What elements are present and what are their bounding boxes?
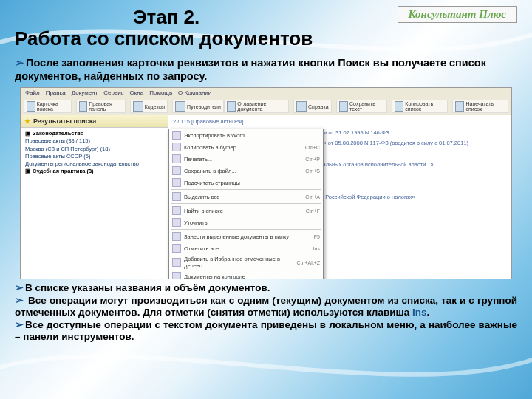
context-menu-item[interactable]: Занести выделенные документы в папкуF5 — [169, 231, 323, 242]
toolbar-button[interactable]: Путеводители — [172, 100, 224, 113]
toolbar-icon — [395, 101, 404, 112]
context-menu-item[interactable]: Сохранить в файл...Ctrl+S — [169, 165, 323, 177]
menu-icon — [172, 258, 181, 267]
toolbar-button[interactable]: Сохранить текст — [336, 100, 387, 113]
tree-item[interactable]: ▣ Судебная практика (3) — [25, 168, 163, 175]
menu-separator — [171, 203, 321, 204]
menu-item[interactable]: Помощь — [149, 89, 172, 96]
menu-icon — [172, 272, 181, 279]
menu-item[interactable]: Документ — [72, 89, 98, 96]
toolbar-icon — [79, 101, 88, 112]
toolbar-icon — [27, 101, 35, 112]
toolbar-button[interactable]: Правовая панель — [76, 100, 126, 113]
menubar: ФайлПравкаДокументСервисОкнаПомощьО Комп… — [21, 88, 511, 98]
menu-separator — [171, 229, 321, 230]
document-list-pane: 2 / 115 [Правовые акты РФ]«Налоговый код… — [168, 115, 511, 279]
toolbar-button[interactable]: Справка — [293, 100, 331, 113]
menu-icon — [172, 232, 181, 241]
tree-item[interactable]: Правовые акты (38 / 115) — [25, 137, 163, 145]
toolbar-icon — [339, 101, 348, 112]
menu-item[interactable]: Правка — [46, 89, 66, 96]
ins-key: Ins — [412, 307, 427, 318]
menu-icon — [172, 178, 181, 187]
context-menu-item[interactable]: Уточнить — [169, 216, 323, 228]
menu-icon — [172, 143, 181, 151]
toolbar: Карточка поискаПравовая панельКодексыПут… — [21, 98, 511, 115]
brand-badge: Консультант Плюс — [398, 6, 517, 23]
toolbar-button[interactable]: Карточка поиска — [24, 100, 72, 113]
menu-separator — [171, 189, 321, 190]
tree-item[interactable]: Документы региональное законодательство — [25, 160, 163, 168]
menu-item[interactable]: О Компании — [178, 89, 211, 96]
bottom-p2: Все операции могут производиться как с о… — [15, 295, 517, 319]
context-menu-item[interactable]: Документы на контроле — [169, 270, 323, 279]
intro-paragraph: После заполнения карточки реквизитов и н… — [15, 56, 517, 83]
stage-title: Этап 2. — [133, 6, 200, 29]
star-icon: ★ — [24, 117, 30, 125]
context-menu-item[interactable]: Найти в спискеCtrl+F — [169, 205, 323, 216]
menu-icon — [172, 206, 181, 215]
context-menu-item[interactable]: Экспортировать в Word — [169, 129, 323, 141]
doc-list-item[interactable]: 2 / 115 [Правовые акты РФ] — [173, 118, 507, 126]
context-menu[interactable]: Экспортировать в WordКопировать в буферC… — [168, 129, 324, 279]
app-screenshot: ФайлПравкаДокументСервисОкнаПомощьО Комп… — [20, 87, 512, 279]
context-menu-item[interactable]: Печатать...Ctrl+P — [169, 153, 323, 165]
menu-item[interactable]: Окна — [130, 89, 144, 96]
menu-icon — [172, 192, 181, 201]
toolbar-icon — [133, 101, 143, 112]
menu-icon — [172, 218, 181, 227]
p2-a: Все операции могут производиться как с о… — [15, 295, 517, 318]
bottom-p1: В списке указаны названия и объём докуме… — [15, 282, 517, 294]
toolbar-button[interactable]: Кодексы — [130, 100, 168, 113]
context-menu-item[interactable]: Копировать в буферCtrl+C — [169, 141, 323, 153]
context-menu-item[interactable]: Добавить в Избранное отмеченные в дерево… — [169, 254, 323, 270]
toolbar-icon — [227, 101, 236, 112]
menu-icon — [172, 154, 181, 163]
tree-item[interactable]: ▣ Законодательство — [25, 130, 163, 137]
toolbar-icon — [455, 101, 464, 112]
toolbar-button[interactable]: Напечатать список — [452, 100, 508, 113]
menu-icon — [172, 166, 181, 175]
sidebar-title: Результаты поиска — [33, 117, 96, 125]
menu-item[interactable]: Сервис — [103, 89, 123, 96]
toolbar-icon — [175, 101, 185, 112]
tree-item[interactable]: Правовые акты СССР (5) — [25, 153, 163, 160]
context-menu-item[interactable]: Выделить всеCtrl+A — [169, 191, 323, 202]
menu-icon — [172, 244, 181, 253]
toolbar-button[interactable]: Оглавление документа — [224, 100, 289, 113]
menu-icon — [172, 131, 181, 140]
sidebar: ★ Результаты поиска ▣ Законодательство П… — [21, 115, 168, 279]
p2-b: . — [427, 307, 430, 318]
context-menu-item[interactable]: Подсчитать страницы — [169, 177, 323, 188]
tree-item[interactable]: Москва (СЗ и СП Петербург) (18) — [25, 146, 163, 153]
bottom-p3: Все доступные операции с текстом докумен… — [15, 319, 517, 344]
context-menu-item[interactable]: Отметить всеIns — [169, 242, 323, 254]
toolbar-button[interactable]: Копировать список — [392, 100, 448, 113]
menu-item[interactable]: Файл — [25, 89, 40, 96]
sidebar-header: ★ Результаты поиска — [21, 115, 168, 128]
subtitle: Работа со списком документов — [15, 27, 517, 50]
toolbar-icon — [296, 101, 307, 112]
